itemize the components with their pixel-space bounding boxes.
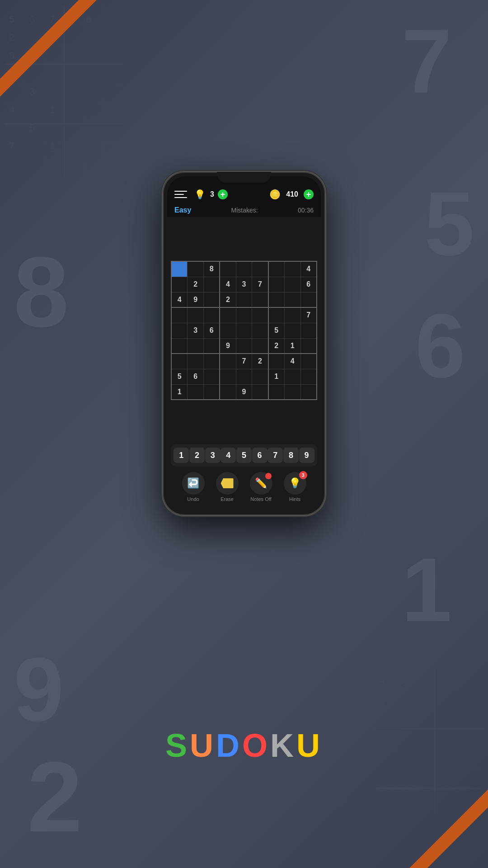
- grid-cell[interactable]: 2: [252, 354, 268, 369]
- grid-cell[interactable]: [268, 384, 285, 400]
- grid-cell[interactable]: [300, 338, 317, 354]
- grid-cell[interactable]: 4: [300, 261, 317, 277]
- grid-cell[interactable]: 6: [300, 277, 317, 292]
- erase-button[interactable]: Erase: [216, 472, 239, 502]
- grid-cell[interactable]: [268, 354, 285, 369]
- grid-cell[interactable]: 2: [268, 338, 285, 354]
- num-btn-5[interactable]: 5: [236, 448, 252, 463]
- grid-cell[interactable]: 1: [284, 338, 300, 354]
- num-btn-6[interactable]: 6: [252, 448, 267, 463]
- grid-cell[interactable]: [236, 292, 252, 307]
- menu-button[interactable]: [174, 190, 187, 199]
- grid-cell[interactable]: [220, 354, 236, 369]
- grid-cell[interactable]: 5: [171, 369, 188, 384]
- grid-cell[interactable]: 8: [204, 261, 220, 277]
- grid-cell[interactable]: 3: [188, 323, 204, 338]
- add-coins-button[interactable]: +: [304, 189, 314, 199]
- grid-cell[interactable]: [171, 307, 188, 323]
- grid-cell[interactable]: [284, 307, 300, 323]
- grid-cell[interactable]: [188, 261, 204, 277]
- grid-cell[interactable]: [188, 354, 204, 369]
- grid-cell[interactable]: [284, 323, 300, 338]
- grid-cell[interactable]: [171, 323, 188, 338]
- num-btn-7[interactable]: 7: [267, 448, 283, 463]
- grid-cell[interactable]: [268, 261, 285, 277]
- grid-cell[interactable]: [300, 292, 317, 307]
- num-btn-9[interactable]: 9: [299, 448, 314, 463]
- grid-cell[interactable]: 4: [171, 292, 188, 307]
- grid-cell[interactable]: [284, 384, 300, 400]
- grid-cell[interactable]: 1: [268, 369, 285, 384]
- hints-button[interactable]: 💡 3 Hints: [284, 472, 306, 502]
- grid-cell[interactable]: [171, 338, 188, 354]
- num-btn-1[interactable]: 1: [174, 448, 189, 463]
- grid-cell[interactable]: [236, 307, 252, 323]
- grid-cell[interactable]: [252, 369, 268, 384]
- grid-cell[interactable]: [220, 323, 236, 338]
- grid-cell[interactable]: [252, 323, 268, 338]
- grid-cell[interactable]: [171, 277, 188, 292]
- grid-cell[interactable]: [220, 307, 236, 323]
- grid-cell[interactable]: [204, 369, 220, 384]
- grid-cell[interactable]: [268, 307, 285, 323]
- grid-cell[interactable]: [236, 338, 252, 354]
- grid-cell[interactable]: [252, 307, 268, 323]
- num-btn-3[interactable]: 3: [205, 448, 221, 463]
- grid-cell[interactable]: [171, 354, 188, 369]
- grid-cell[interactable]: [204, 307, 220, 323]
- grid-cell[interactable]: [188, 338, 204, 354]
- grid-cell[interactable]: 1: [171, 384, 188, 400]
- erase-label: Erase: [221, 496, 234, 502]
- grid-cell[interactable]: [284, 292, 300, 307]
- grid-cell[interactable]: 3: [236, 277, 252, 292]
- grid-cell[interactable]: [284, 277, 300, 292]
- grid-cell[interactable]: [188, 384, 204, 400]
- grid-cell[interactable]: 5: [268, 323, 285, 338]
- num-btn-8[interactable]: 8: [283, 448, 299, 463]
- grid-cell[interactable]: 4: [284, 354, 300, 369]
- grid-cell[interactable]: [284, 369, 300, 384]
- grid-cell[interactable]: [284, 261, 300, 277]
- title-o: O: [242, 727, 270, 764]
- grid-cell[interactable]: [268, 292, 285, 307]
- grid-cell[interactable]: [204, 354, 220, 369]
- grid-cell[interactable]: [220, 369, 236, 384]
- grid-cell[interactable]: 9: [188, 292, 204, 307]
- grid-cell[interactable]: 6: [188, 369, 204, 384]
- grid-cell[interactable]: [252, 261, 268, 277]
- add-hints-button[interactable]: +: [218, 189, 228, 199]
- grid-cell[interactable]: [252, 384, 268, 400]
- grid-cell[interactable]: 4: [220, 277, 236, 292]
- grid-cell[interactable]: [204, 384, 220, 400]
- grid-cell[interactable]: 2: [220, 292, 236, 307]
- grid-cell[interactable]: [204, 277, 220, 292]
- grid-cell[interactable]: [252, 338, 268, 354]
- grid-cell[interactable]: 7: [252, 277, 268, 292]
- grid-cell[interactable]: [220, 261, 236, 277]
- grid-cell[interactable]: [268, 277, 285, 292]
- grid-cell[interactable]: [220, 384, 236, 400]
- grid-cell[interactable]: [236, 261, 252, 277]
- grid-cell[interactable]: 7: [236, 354, 252, 369]
- grid-cell[interactable]: 7: [300, 307, 317, 323]
- notes-button[interactable]: ✏️ Notes Off: [250, 472, 272, 502]
- undo-button[interactable]: ↩️ Undo: [182, 472, 205, 502]
- grid-cell[interactable]: 6: [204, 323, 220, 338]
- grid-cell[interactable]: [236, 323, 252, 338]
- num-btn-4[interactable]: 4: [221, 448, 236, 463]
- grid-cell[interactable]: [300, 369, 317, 384]
- grid-cell[interactable]: [300, 384, 317, 400]
- title-s: S: [165, 727, 190, 764]
- grid-cell[interactable]: [171, 261, 188, 277]
- grid-cell[interactable]: 9: [236, 384, 252, 400]
- grid-cell[interactable]: [204, 292, 220, 307]
- grid-cell[interactable]: [204, 338, 220, 354]
- grid-cell[interactable]: 2: [188, 277, 204, 292]
- num-btn-2[interactable]: 2: [189, 448, 205, 463]
- grid-cell[interactable]: 9: [220, 338, 236, 354]
- grid-cell[interactable]: [252, 292, 268, 307]
- grid-cell[interactable]: [188, 307, 204, 323]
- grid-cell[interactable]: [236, 369, 252, 384]
- grid-cell[interactable]: [300, 354, 317, 369]
- grid-cell[interactable]: [300, 323, 317, 338]
